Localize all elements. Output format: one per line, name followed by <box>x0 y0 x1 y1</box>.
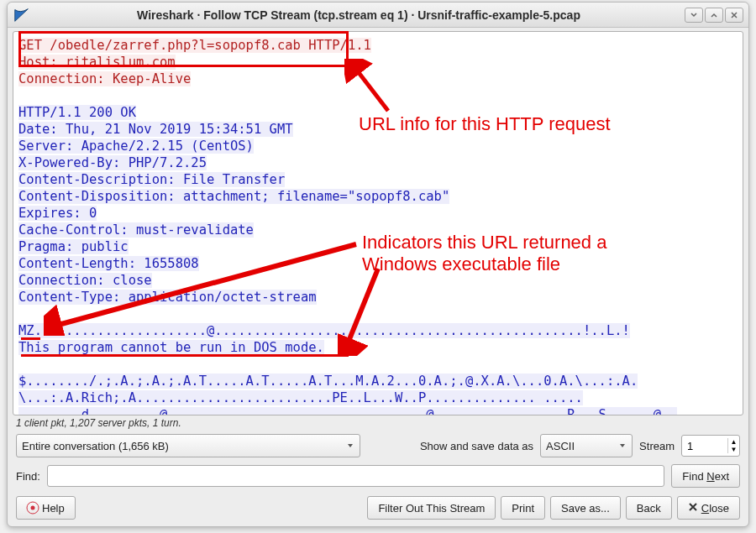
spin-down-icon[interactable]: ▼ <box>727 446 739 453</box>
server-line: Pragma: public <box>18 239 129 254</box>
client-line: Connection: Keep-Alive <box>18 71 191 86</box>
chevron-down-icon <box>612 440 627 452</box>
help-icon <box>27 502 39 514</box>
encoding-select[interactable]: ASCII <box>540 434 633 457</box>
help-button[interactable]: Help <box>16 496 76 520</box>
spin-up-icon[interactable]: ▲ <box>727 438 739 446</box>
find-input[interactable] <box>47 465 664 487</box>
client-line: Host: ritalislum.com <box>18 55 176 70</box>
server-line: Server: Apache/2.2.15 (CentOS) <box>18 138 254 154</box>
server-line: Content-Length: 1655808 <box>18 256 199 271</box>
find-next-button[interactable]: Find Next <box>671 464 740 488</box>
server-line: Content-Type: application/octet-stream <box>18 290 317 305</box>
server-line: \...:.A.Rich;.A.........................… <box>18 390 583 405</box>
maximize-button[interactable] <box>705 8 723 23</box>
server-line: Date: Thu, 21 Nov 2019 15:34:51 GMT <box>18 122 293 137</box>
stream-content-pane[interactable]: GET /obedle/zarref.php?l=sopopf8.cab HTT… <box>13 31 743 415</box>
save-as-button[interactable]: Save as... <box>550 496 621 520</box>
close-button[interactable]: Close <box>677 496 740 520</box>
minimize-button[interactable] <box>685 8 703 23</box>
server-line: X-Powered-By: PHP/7.2.25 <box>18 155 207 170</box>
stream-spinbox[interactable]: 1 ▲ ▼ <box>681 435 740 457</box>
stream-value: 1 <box>682 440 727 452</box>
server-line: Cache-Control: must-revalidate <box>18 222 254 238</box>
conversation-select[interactable]: Entire conversation (1,656 kB) <box>16 434 360 457</box>
server-line: Content-Description: File Transfer <box>18 172 285 187</box>
server-line: Content-Disposition: attachment; filenam… <box>18 189 449 204</box>
server-line: MZ......................@...............… <box>18 323 630 338</box>
close-icon <box>688 502 698 515</box>
server-line: $......../.;.A.;.A.;.A.T.....A.T.....A.T… <box>18 374 638 389</box>
conversation-select-label: Entire conversation (1,656 kB) <box>22 440 169 452</box>
server-line: Connection: close <box>18 273 152 288</box>
window-title: Wireshark · Follow TCP Stream (tcp.strea… <box>33 8 685 22</box>
titlebar: Wireshark · Follow TCP Stream (tcp.strea… <box>8 3 748 28</box>
print-button[interactable]: Print <box>501 496 545 520</box>
chevron-down-icon <box>339 440 354 452</box>
find-label: Find: <box>16 470 40 483</box>
encoding-select-label: ASCII <box>546 440 575 452</box>
server-line: ........d.........@.....................… <box>18 407 677 415</box>
filter-out-stream-button[interactable]: Filter Out This Stream <box>367 496 496 520</box>
show-save-label: Show and save data as <box>420 440 533 452</box>
window-frame: Wireshark · Follow TCP Stream (tcp.strea… <box>7 2 749 527</box>
server-line: HTTP/1.1 200 OK <box>18 105 136 120</box>
stream-text: GET /obedle/zarref.php?l=sopopf8.cab HTT… <box>18 37 738 415</box>
packet-stats: 1 client pkt, 1,207 server pkts, 1 turn. <box>8 415 748 431</box>
stream-label: Stream <box>639 440 675 452</box>
client-line: GET /obedle/zarref.php?l=sopopf8.cab HTT… <box>18 38 371 53</box>
back-button[interactable]: Back <box>626 496 672 520</box>
server-line: This program cannot be run in DOS mode. <box>18 340 324 355</box>
wireshark-fin-icon <box>11 4 33 26</box>
close-window-button[interactable] <box>725 8 743 23</box>
server-line: Expires: 0 <box>18 206 97 221</box>
